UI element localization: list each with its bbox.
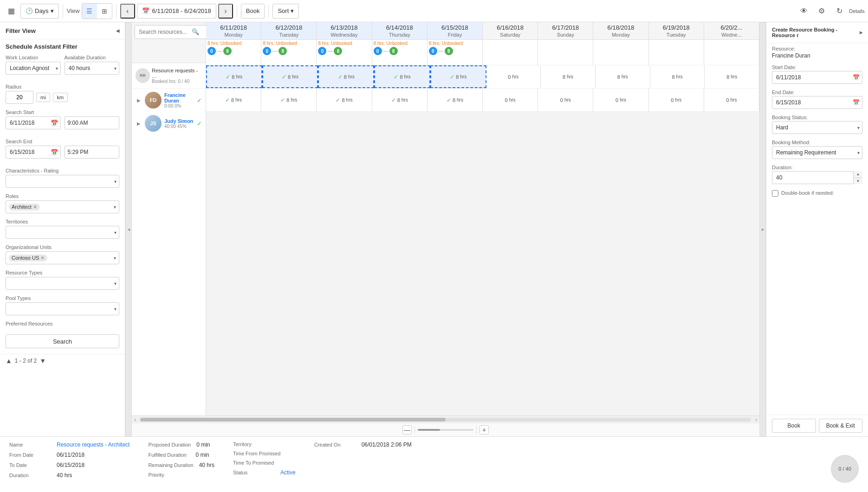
zoom-out-btn[interactable]: — xyxy=(402,425,412,434)
org-units-tag-wrap[interactable]: Contoso US ✕ ▾ xyxy=(6,251,119,264)
francine-name[interactable]: Francine Duran xyxy=(164,92,194,103)
francine-cell-5[interactable]: 0 hrs xyxy=(486,65,541,88)
scroll-right-btn[interactable]: › xyxy=(753,416,759,423)
scroll-thumb[interactable] xyxy=(140,418,446,422)
judy-cell-1[interactable]: ✓ 8 hrs xyxy=(261,89,317,111)
roles-tag-wrap[interactable]: Architect ✕ ▾ xyxy=(6,200,119,213)
judy-cell-7[interactable]: 0 hrs xyxy=(593,89,648,111)
scroll-left-btn[interactable]: ‹ xyxy=(132,416,138,423)
date-col-3[interactable]: 6/14/2018 Thursday xyxy=(372,22,428,39)
search-icon[interactable]: 🔍 xyxy=(192,28,199,35)
francine-cell-2[interactable]: ✓ 8 hrs xyxy=(318,65,374,88)
francine-cell-6[interactable]: 8 hrs xyxy=(541,65,596,88)
req-cell-3[interactable]: 8 hrs: Unbooked 0 — 8 xyxy=(372,40,428,65)
bp-name-link[interactable]: Resource requests - Architect xyxy=(57,441,130,448)
req-cell-1[interactable]: 8 hrs: Unbooked 0 — 8 xyxy=(261,40,317,65)
req-cell-0[interactable]: 8 hrs: Unbooked 0 — 8 xyxy=(206,40,261,65)
radius-input[interactable] xyxy=(6,91,33,104)
double-book-checkbox[interactable] xyxy=(772,190,778,197)
pool-types-select[interactable] xyxy=(6,302,119,315)
pagination-label: 1 - 2 of 2 xyxy=(15,358,37,364)
prev-date-btn[interactable]: ‹ xyxy=(120,4,135,19)
right-panel-collapse-btn[interactable]: ▸ xyxy=(860,29,862,36)
date-col-2[interactable]: 6/13/2018 Wednesday xyxy=(317,22,372,39)
zoom-track[interactable] xyxy=(418,429,473,431)
details-icon[interactable]: Details xyxy=(849,4,864,19)
judy-cell-0[interactable]: ✓ 8 hrs xyxy=(206,89,261,111)
collapse-filter-btn[interactable]: ◂ xyxy=(116,27,119,34)
judy-cell-6[interactable]: 0 hrs xyxy=(538,89,593,111)
req-cell-4[interactable]: 8 hrs: Unbooked 0 — 8 xyxy=(428,40,483,65)
refresh-icon[interactable]: ↻ xyxy=(832,4,847,19)
francine-cell-8[interactable]: 8 hrs xyxy=(650,65,705,88)
francine-info: Francine Duran 0:00 0% xyxy=(164,92,194,109)
req-label: Resource requests - ... xyxy=(152,68,202,79)
table-view-btn[interactable]: ⊞ xyxy=(97,4,112,19)
radius-km-btn[interactable]: km xyxy=(53,93,68,102)
francine-cell-0[interactable]: ✓ 8 hrs xyxy=(206,65,262,88)
right-panel-expand-handle[interactable]: ▸ xyxy=(759,22,766,436)
work-location-select[interactable]: Location Agnostic xyxy=(6,62,61,75)
grid-scrollbar[interactable]: ‹ › xyxy=(132,415,759,423)
right-panel: Create Resource Booking - Resource r ▸ R… xyxy=(766,22,868,436)
judy-cell-9[interactable]: 0 hrs xyxy=(704,89,759,111)
gear-icon[interactable]: ⚙ xyxy=(814,4,829,19)
duration-up-btn[interactable]: ▲ xyxy=(853,171,862,178)
search-start-time-select[interactable]: 9:00 AM xyxy=(65,116,120,129)
book-action-btn[interactable]: Book xyxy=(772,419,816,433)
duration-input[interactable] xyxy=(772,171,862,184)
judy-cell-3[interactable]: ✓ 8 hrs xyxy=(372,89,428,111)
end-date-input[interactable] xyxy=(772,96,862,109)
book-exit-btn[interactable]: Book & Exit xyxy=(819,419,863,433)
pagination-prev[interactable]: ▲ xyxy=(6,357,12,364)
next-date-btn[interactable]: › xyxy=(218,4,233,19)
judy-name[interactable]: Judy Simon xyxy=(164,118,194,124)
book-btn[interactable]: Book xyxy=(241,4,265,19)
date-col-5[interactable]: 6/16/2018 Saturday xyxy=(483,22,538,39)
search-end-time-select[interactable]: 5:29 PM xyxy=(65,146,120,159)
contoso-tag-remove[interactable]: ✕ xyxy=(40,255,45,261)
date-col-9[interactable]: 6/20/2... Wedne... xyxy=(704,22,759,39)
eye-icon[interactable]: 👁 xyxy=(797,4,811,19)
search-btn[interactable]: Search xyxy=(6,334,119,348)
date-col-0[interactable]: 6/11/2018 Monday xyxy=(206,22,261,39)
architect-tag-label: Architect xyxy=(12,204,32,210)
days-dropdown[interactable]: 🕐 Days ▾ xyxy=(20,4,59,19)
start-date-input[interactable] xyxy=(772,71,862,84)
date-col-8[interactable]: 6/19/2018 Tuesday xyxy=(649,22,704,39)
francine-cell-9[interactable]: 8 hrs xyxy=(705,65,759,88)
characteristics-select[interactable] xyxy=(6,175,119,188)
francine-cell-4[interactable]: ✓ 8 hrs xyxy=(430,65,486,88)
judy-cell-4[interactable]: ✓ 8 hrs xyxy=(428,89,483,111)
req-cell-2[interactable]: 8 hrs: Unbooked 0 — 8 xyxy=(317,40,372,65)
judy-expand-btn[interactable]: ▶ xyxy=(136,121,142,126)
judy-cell-2[interactable]: ✓ 8 hrs xyxy=(317,89,372,111)
judy-cell-8[interactable]: 0 hrs xyxy=(649,89,704,111)
booking-status-select[interactable]: Hard xyxy=(772,121,862,134)
zoom-in-btn[interactable]: + xyxy=(479,425,489,434)
collapse-handle[interactable]: ◂ xyxy=(125,22,132,436)
date-col-1[interactable]: 6/12/2018 Tuesday xyxy=(261,22,317,39)
date-col-6[interactable]: 6/17/2018 Sunday xyxy=(538,22,593,39)
francine-cell-1[interactable]: ✓ 8 hrs xyxy=(262,65,318,88)
list-view-btn[interactable]: ☰ xyxy=(82,4,97,19)
available-duration-select[interactable]: 40 hours xyxy=(65,62,120,75)
date-col-4[interactable]: 6/15/2018 Friday xyxy=(428,22,483,39)
francine-cell-7[interactable]: 8 hrs xyxy=(596,65,650,88)
date-range-picker[interactable]: 📅 6/11/2018 - 6/24/2018 xyxy=(137,4,216,19)
judy-cell-5[interactable]: 0 hrs xyxy=(483,89,538,111)
architect-tag-remove[interactable]: ✕ xyxy=(33,204,37,210)
francine-cell-3[interactable]: ✓ 8 hrs xyxy=(374,65,430,88)
sort-btn[interactable]: Sort ▾ xyxy=(272,4,299,19)
pagination-next[interactable]: ▼ xyxy=(39,357,46,364)
francine-expand-btn[interactable]: ▶ xyxy=(136,98,142,103)
territories-select[interactable] xyxy=(6,226,119,239)
resource-types-select[interactable] xyxy=(6,277,119,290)
date-col-7[interactable]: 6/18/2018 Monday xyxy=(593,22,648,39)
booking-method-select[interactable]: Remaining Requirement xyxy=(772,146,862,159)
duration-down-btn[interactable]: ▼ xyxy=(853,178,862,185)
bp-status-link[interactable]: Active xyxy=(280,469,296,476)
grid-icon[interactable]: ▦ xyxy=(4,4,19,19)
preferred-resources-section: Preferred Resources xyxy=(0,318,125,331)
radius-mi-btn[interactable]: mi xyxy=(36,93,50,102)
